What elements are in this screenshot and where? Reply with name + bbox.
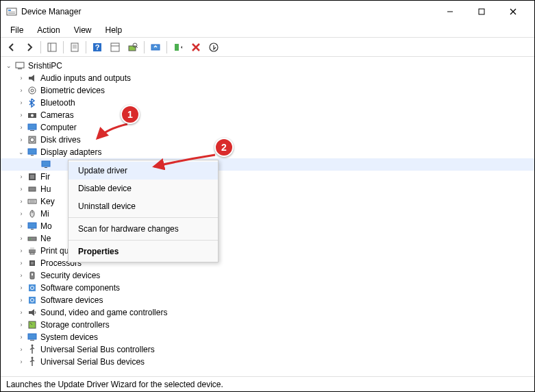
svg-rect-5 — [479, 9, 484, 14]
svg-rect-25 — [18, 69, 22, 69]
node-label: System devices — [40, 332, 98, 342]
expand-icon[interactable]: › — [16, 196, 27, 207]
tree-node-audio[interactable]: ›Audio inputs and outputs — [1, 72, 534, 84]
expand-icon[interactable]: › — [16, 319, 27, 330]
node-label: Mi — [40, 209, 49, 219]
forward-button[interactable] — [21, 40, 38, 55]
monitor-icon — [27, 221, 38, 232]
expand-icon[interactable]: › — [16, 73, 27, 84]
collapse-icon[interactable]: ⌄ — [3, 60, 14, 71]
expand-icon[interactable]: › — [16, 270, 27, 281]
collapse-icon[interactable]: ⌄ — [16, 147, 27, 158]
expand-icon[interactable]: › — [16, 344, 27, 355]
tree-node-sound[interactable]: ›Sound, video and game controllers — [1, 306, 534, 319]
svg-text:?: ? — [95, 43, 100, 51]
context-menu-item-properties[interactable]: Properties — [69, 243, 218, 260]
node-label: Sound, video and game controllers — [40, 308, 167, 317]
display-icon — [27, 147, 38, 158]
expand-icon[interactable]: › — [16, 171, 27, 182]
context-menu-item-uninstall-device[interactable]: Uninstall device — [69, 197, 218, 215]
svg-rect-1 — [8, 10, 11, 11]
svg-rect-41 — [29, 187, 36, 191]
svg-rect-65 — [28, 334, 36, 339]
menu-help[interactable]: Help — [99, 24, 129, 36]
tree-node-disk[interactable]: ›Disk drives — [1, 134, 534, 146]
tree-node-computer[interactable]: ›Computer — [1, 121, 534, 134]
camera-icon — [27, 110, 38, 121]
expand-icon[interactable]: › — [16, 233, 27, 244]
tree-node-storage[interactable]: ›Storage controllers — [1, 319, 534, 331]
action-pane-button[interactable] — [107, 40, 123, 55]
statusbar: Launches the Update Driver Wizard for th… — [1, 376, 534, 391]
tree-node-security[interactable]: ›Security devices — [1, 269, 534, 282]
svg-rect-49 — [28, 237, 36, 241]
app-icon — [6, 6, 17, 17]
tree-node-usb[interactable]: ›Universal Serial Bus controllers — [1, 343, 534, 356]
update-driver-button[interactable] — [147, 40, 164, 55]
expand-icon[interactable]: › — [16, 295, 27, 306]
context-menu-item-update-driver[interactable]: Update driver — [69, 162, 218, 180]
expand-icon[interactable]: › — [16, 184, 27, 195]
minimize-button[interactable] — [434, 1, 466, 23]
tree-root[interactable]: ⌄ SrishtiPC — [1, 60, 534, 72]
add-legacy-button[interactable] — [206, 40, 222, 55]
show-hide-console-tree-button[interactable] — [44, 40, 60, 55]
scan-hardware-button[interactable] — [125, 40, 141, 55]
audio-icon — [27, 73, 38, 84]
menu-action[interactable]: Action — [30, 24, 66, 36]
expand-icon[interactable]: › — [16, 245, 27, 256]
expand-icon[interactable]: › — [16, 307, 27, 318]
svg-rect-32 — [30, 130, 34, 131]
context-menu-item-scan-for-hardware-changes[interactable]: Scan for hardware changes — [69, 220, 218, 238]
menu-file[interactable]: File — [3, 24, 30, 36]
hid-icon — [27, 184, 38, 195]
context-menu-item-disable-device[interactable]: Disable device — [69, 180, 218, 197]
tree-node-display[interactable]: ⌄Display adapters — [1, 146, 534, 158]
sound-icon — [27, 307, 38, 318]
expand-icon[interactable]: › — [16, 122, 27, 133]
back-button[interactable] — [3, 40, 20, 55]
node-label: Software devices — [40, 295, 103, 305]
svg-rect-31 — [28, 124, 36, 130]
disable-button[interactable] — [170, 40, 186, 55]
software-icon — [27, 282, 38, 293]
tree-node-bluetooth[interactable]: ›Bluetooth — [1, 97, 534, 109]
svg-rect-18 — [129, 46, 136, 51]
expand-icon[interactable]: › — [16, 208, 27, 219]
expand-icon[interactable]: › — [16, 282, 27, 293]
uninstall-button[interactable] — [188, 40, 204, 55]
expand-icon[interactable]: › — [16, 332, 27, 343]
tree-node-software[interactable]: ›Software devices — [1, 294, 534, 306]
device-tree[interactable]: ⌄ SrishtiPC ›Audio inputs and outputs›Bi… — [1, 57, 534, 376]
tree-node-system[interactable]: ›System devices — [1, 331, 534, 343]
computer-icon — [27, 122, 38, 133]
computer-icon — [14, 60, 25, 71]
svg-point-34 — [30, 138, 34, 142]
tree-node-usb[interactable]: ›Universal Serial Bus devices — [1, 356, 534, 368]
menu-view[interactable]: View — [67, 24, 99, 36]
expand-icon[interactable]: › — [16, 85, 27, 96]
svg-point-28 — [31, 89, 34, 92]
window-title: Device Manager — [21, 7, 434, 16]
close-button[interactable] — [497, 1, 529, 23]
tree-node-biometric[interactable]: ›Biometric devices — [1, 84, 534, 97]
tree-node-software[interactable]: ›Software components — [1, 282, 534, 294]
svg-rect-37 — [42, 161, 50, 167]
expand-icon[interactable]: › — [16, 134, 27, 145]
expand-icon[interactable]: › — [16, 356, 27, 367]
expand-icon[interactable]: › — [16, 221, 27, 232]
root-label: SrishtiPC — [28, 61, 62, 71]
svg-rect-47 — [28, 223, 36, 228]
svg-rect-35 — [28, 149, 36, 154]
help-button[interactable]: ? — [89, 40, 105, 55]
toolbar: ? — [1, 38, 534, 57]
expand-icon[interactable]: › — [16, 110, 27, 121]
tree-node-camera[interactable]: ›Cameras — [1, 109, 534, 121]
expand-icon[interactable]: › — [16, 258, 27, 269]
node-label: Software components — [40, 283, 120, 293]
maximize-button[interactable] — [466, 1, 497, 23]
properties-button[interactable] — [66, 40, 83, 55]
expand-icon[interactable]: › — [16, 97, 27, 108]
svg-marker-26 — [29, 75, 34, 82]
svg-rect-51 — [29, 249, 36, 253]
